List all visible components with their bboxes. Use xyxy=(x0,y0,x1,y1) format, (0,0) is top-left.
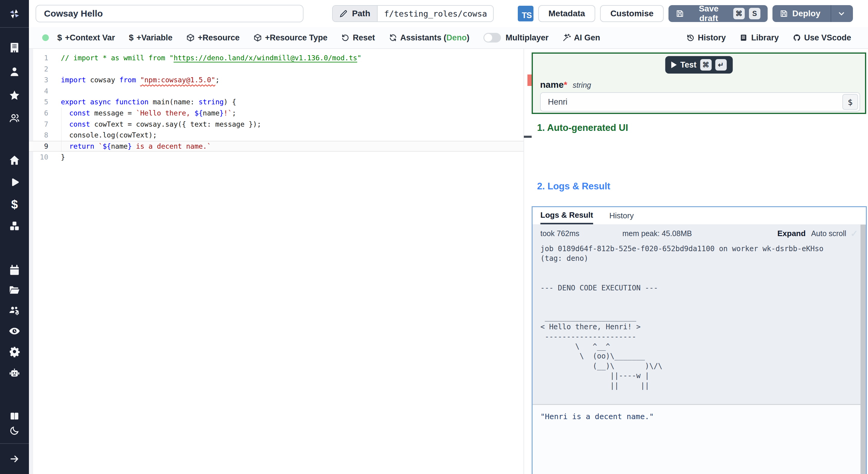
sidebar-item-ai[interactable] xyxy=(5,364,24,382)
assistants-button[interactable]: Assistants (Deno) xyxy=(389,33,470,42)
code-line[interactable]: 7 const cowText = cowsay.say({ text: mes… xyxy=(29,119,524,130)
windmill-logo-icon xyxy=(9,8,20,20)
sidebar-item-favorites[interactable] xyxy=(5,86,24,104)
library-icon xyxy=(740,33,748,42)
kbd-cmd: ⌘ xyxy=(733,8,745,19)
dollar-icon: $ xyxy=(11,199,18,210)
sidebar-item-schedules[interactable] xyxy=(5,261,24,279)
code-line[interactable]: 10} xyxy=(29,152,524,163)
field-label: name * string xyxy=(540,80,591,90)
code-line[interactable]: 1// import * as wmill from "https://deno… xyxy=(29,53,524,64)
sidebar-item-variables[interactable]: $ xyxy=(5,196,24,213)
calendar-icon xyxy=(9,264,20,276)
play-icon xyxy=(671,61,677,68)
history-label: History xyxy=(698,33,726,42)
test-button[interactable]: Test ⌘ ↵ xyxy=(665,56,733,73)
sidebar-item-dark-mode[interactable] xyxy=(5,421,24,440)
use-vscode-button[interactable]: Use VScode xyxy=(793,33,851,42)
package-icon xyxy=(186,33,195,42)
code-line[interactable]: 2 xyxy=(29,64,524,75)
sidebar-item-audit[interactable] xyxy=(5,322,24,340)
dollar-icon: $ xyxy=(129,33,133,42)
metadata-button[interactable]: Metadata xyxy=(538,5,595,22)
add-variable-button[interactable]: $ +Variable xyxy=(129,33,173,42)
sidebar-item-home[interactable] xyxy=(5,151,24,170)
library-button[interactable]: Library xyxy=(740,33,779,42)
sidebar-item-runs[interactable] xyxy=(5,174,24,192)
dollar-icon: $ xyxy=(57,33,62,42)
line-number: 10 xyxy=(29,152,48,163)
robot-icon xyxy=(9,367,20,378)
play-icon xyxy=(9,177,20,188)
book-icon xyxy=(9,411,20,421)
code-text: const cowText = cowsay.say({ text: messa… xyxy=(48,119,261,130)
path-value: f/testing_roles/cowsa xyxy=(377,6,494,22)
sidebar-divider xyxy=(0,27,29,28)
name-input-wrap: $ xyxy=(540,92,860,112)
result-area: "Henri is a decent name." xyxy=(532,404,866,474)
add-context-var-button[interactable]: $ +Context Var xyxy=(57,33,115,42)
sidebar-item-settings[interactable] xyxy=(5,343,24,361)
code-line[interactable]: 3import cowsay from "npm:cowsay@1.5.0"; xyxy=(29,75,524,86)
code-line[interactable]: 4 xyxy=(29,86,524,97)
test-label: Test xyxy=(680,60,696,70)
assistants-label: Assistants (Deno) xyxy=(400,33,470,42)
sidebar-item-workspace[interactable] xyxy=(5,38,24,57)
editor-toolbar: $ +Context Var $ +Variable +Resource +Re… xyxy=(29,27,868,49)
moon-icon xyxy=(9,425,20,436)
wand-icon xyxy=(562,33,571,42)
line-number: 3 xyxy=(29,75,48,86)
line-number: 1 xyxy=(29,53,48,64)
editor-overview-ruler[interactable] xyxy=(524,49,532,474)
toggle-knob xyxy=(484,34,492,41)
code-line[interactable]: 9 return `${name} is a decent name.` xyxy=(29,141,524,152)
save-draft-button[interactable]: Save draft ⌘ S xyxy=(669,5,767,22)
sidebar-expand[interactable] xyxy=(5,450,24,468)
reset-button[interactable]: Reset xyxy=(341,33,375,42)
multiplayer-toggle[interactable] xyxy=(484,33,501,42)
script-title-input[interactable] xyxy=(36,5,304,22)
section-logs-result: 2. Logs & Result xyxy=(537,181,610,192)
code-editor[interactable]: 1// import * as wmill from "https://deno… xyxy=(29,49,524,474)
add-resource-type-button[interactable]: +Resource Type xyxy=(253,33,327,42)
history-button[interactable]: History xyxy=(686,33,726,42)
code-line[interactable]: 8 console.log(cowText); xyxy=(29,130,524,141)
reset-label: Reset xyxy=(352,33,375,42)
logs-scrollbar[interactable] xyxy=(861,225,866,474)
code-text xyxy=(48,64,61,75)
eye-icon xyxy=(9,325,20,337)
expand-button[interactable]: Expand xyxy=(777,229,806,238)
variable-picker-button[interactable]: $ xyxy=(842,94,858,110)
code-text: return `${name} is a decent name.` xyxy=(48,141,211,152)
sidebar-item-resources[interactable] xyxy=(5,217,24,235)
name-input[interactable] xyxy=(541,97,842,107)
path-button[interactable]: Path f/testing_roles/cowsa xyxy=(332,5,494,22)
tab-history[interactable]: History xyxy=(610,207,634,224)
sidebar-item-groups[interactable] xyxy=(5,109,24,127)
path-label-segment: Path xyxy=(333,6,377,22)
deploy-button[interactable]: Deploy xyxy=(772,5,853,22)
sidebar-item-folders[interactable] xyxy=(5,281,24,299)
field-name: name xyxy=(540,80,564,90)
add-context-var-label: +Context Var xyxy=(65,33,115,42)
windmill-logo[interactable] xyxy=(5,5,24,23)
check-icon: ✓ xyxy=(850,228,858,239)
sidebar-item-user[interactable] xyxy=(5,63,24,81)
add-resource-button[interactable]: +Resource xyxy=(186,33,240,42)
path-label: Path xyxy=(352,9,370,19)
sidebar: $ xyxy=(0,0,29,474)
code-line[interactable]: 5export async function main(name: string… xyxy=(29,96,524,108)
ai-gen-button[interactable]: AI Gen xyxy=(562,33,600,42)
deploy-label: Deploy xyxy=(792,9,820,19)
add-variable-label: +Variable xyxy=(136,33,173,42)
folder-icon xyxy=(9,284,20,296)
customise-button[interactable]: Customise xyxy=(600,5,664,22)
autoscroll-toggle[interactable]: Auto scroll xyxy=(811,229,846,238)
code-text: console.log(cowText); xyxy=(48,130,157,141)
deploy-dropdown[interactable] xyxy=(831,5,846,22)
code-line[interactable]: 6 const message = `Hello there, ${name}!… xyxy=(29,108,524,119)
line-number: 7 xyxy=(29,119,48,130)
tab-logs-result[interactable]: Logs & Result xyxy=(540,207,593,224)
sidebar-item-workers[interactable] xyxy=(5,301,24,320)
ai-gen-label: AI Gen xyxy=(574,33,600,42)
